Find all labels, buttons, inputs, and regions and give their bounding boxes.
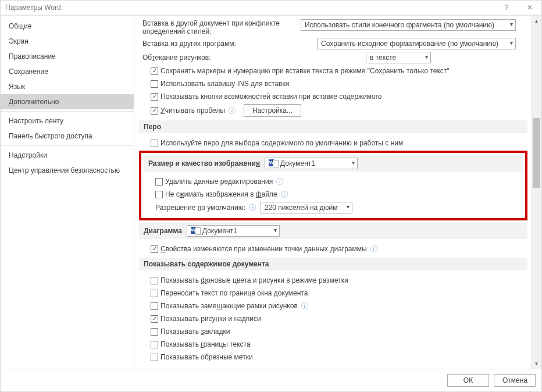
select-chart-doc[interactable]: Документ1 (187, 225, 280, 237)
row-paste-conflict: Вставка в другой документ при конфликте … (139, 18, 527, 37)
select-paste-conflict[interactable]: Использовать стили конечного фрагмента (… (301, 19, 516, 31)
scroll-track[interactable] (532, 26, 541, 358)
settings-button[interactable]: Настройка... (244, 104, 301, 117)
row-show-paste-options: Показывать кнопки возможностей вставки п… (139, 90, 527, 103)
checkbox-keep-bullets[interactable] (151, 67, 158, 75)
checkbox-smart-cut-paste[interactable] (151, 107, 158, 115)
row-show-text-borders: Показывать границы текста (139, 338, 527, 351)
help-button[interactable]: ? (495, 1, 518, 15)
sidebar-item-trust-center[interactable]: Центр управления безопасностью (1, 163, 134, 178)
cancel-button[interactable]: Отмена (494, 374, 536, 387)
row-no-compress: Не сжимать изображения в файле (144, 188, 523, 201)
checkbox-placeholder-frames[interactable] (151, 302, 158, 310)
sidebar: Общие Экран Правописание Сохранение Язык… (1, 16, 134, 369)
checkbox-wrap-text[interactable] (151, 290, 158, 297)
row-chart-properties: Свойства изменяются при изменении точки … (139, 243, 527, 255)
checkbox-show-crop-marks[interactable] (151, 354, 158, 361)
section-pen: Перо (139, 120, 527, 133)
row-default-resolution: Разрешение по умолчанию: 220 пикселей на… (144, 201, 523, 215)
select-paste-other-programs[interactable]: Сохранить исходное форматирование (по ум… (317, 38, 516, 49)
select-image-doc[interactable]: Документ1 (265, 158, 358, 169)
checkbox-pen[interactable] (151, 140, 158, 147)
checkbox-show-bg[interactable] (151, 277, 158, 284)
row-wrap-text: Переносить текст по границе окна докумен… (139, 287, 527, 300)
close-button[interactable]: ✕ (518, 1, 541, 15)
info-icon[interactable] (281, 191, 288, 198)
sidebar-item-display[interactable]: Экран (1, 34, 134, 49)
checkbox-show-paste-options[interactable] (151, 93, 158, 101)
checkbox-no-compress[interactable] (155, 191, 163, 198)
highlight-image-section: Размер и качество изображения Документ1 … (139, 151, 527, 220)
scroll-up[interactable]: ▲ (532, 16, 542, 26)
info-icon[interactable] (301, 302, 308, 309)
sidebar-item-quick-access[interactable]: Панель быстрого доступа (1, 129, 134, 144)
checkbox-discard-edit[interactable] (155, 178, 163, 186)
main-panel: Вставка в другой документ при конфликте … (134, 16, 541, 369)
row-image-wrap: Обтекание рисунков: в тексте (139, 51, 527, 65)
word-icon (191, 227, 200, 235)
select-default-resolution[interactable]: 220 пикселей на дюйм (261, 202, 352, 213)
sidebar-item-customize-ribbon[interactable]: Настроить ленту (1, 113, 134, 129)
row-discard-edit: Удалить данные редактирования (144, 175, 523, 188)
select-image-wrap[interactable]: в тексте (366, 52, 431, 63)
scroll-thumb[interactable] (533, 118, 540, 188)
sidebar-item-addins[interactable]: Надстройки (1, 148, 134, 163)
checkbox-show-text-borders[interactable] (151, 341, 158, 348)
info-icon[interactable] (370, 245, 377, 252)
row-show-bookmarks: Показывать закладки (139, 325, 527, 338)
titlebar: Параметры Word ? ✕ (1, 1, 541, 15)
main-scroll: Вставка в другой документ при конфликте … (134, 16, 531, 369)
section-image-quality: Размер и качество изображения Документ1 (144, 155, 523, 172)
checkbox-show-drawings[interactable] (151, 315, 158, 323)
section-chart: Диаграмма Документ1 (139, 223, 527, 239)
word-icon (269, 159, 278, 168)
row-show-drawings: Показывать рисунки и надписи (139, 312, 527, 325)
row-pen-option: Используйте перо для выбора содержимого … (139, 137, 527, 149)
ok-button[interactable]: ОК (447, 374, 489, 387)
row-paste-other-programs: Вставка из других программ: Сохранить ис… (139, 37, 527, 51)
row-show-bg: Показывать фоновые цвета и рисунки в реж… (139, 274, 527, 287)
options-dialog: Параметры Word ? ✕ Общие Экран Правописа… (0, 0, 542, 392)
section-show-content: Показывать содержимое документа (139, 258, 527, 270)
dialog-footer: ОК Отмена (1, 369, 541, 391)
row-smart-cut-paste: Учитывать пробелы Настройка... (139, 103, 527, 118)
row-ins-key: Использовать клавишу INS для вставки (139, 77, 527, 90)
info-icon[interactable] (229, 107, 236, 114)
sidebar-item-save[interactable]: Сохранение (1, 64, 134, 79)
row-placeholder-frames: Показывать замещающие рамки рисунков (139, 300, 527, 312)
row-show-crop-marks: Показывать обрезные метки (139, 351, 527, 364)
checkbox-show-bookmarks[interactable] (151, 328, 158, 336)
dialog-title: Параметры Word (5, 3, 61, 12)
sidebar-item-language[interactable]: Язык (1, 79, 134, 94)
row-keep-bullets: Сохранять маркеры и нумерацию при вставк… (139, 65, 527, 77)
dialog-content: Общие Экран Правописание Сохранение Язык… (1, 15, 541, 369)
info-icon[interactable] (276, 178, 283, 185)
info-icon[interactable] (249, 204, 256, 211)
checkbox-ins-key[interactable] (151, 80, 158, 88)
sidebar-item-proofing[interactable]: Правописание (1, 49, 134, 64)
checkbox-chart-properties[interactable] (151, 245, 158, 253)
scroll-down[interactable]: ▼ (532, 358, 542, 369)
sidebar-item-advanced[interactable]: Дополнительно (1, 94, 134, 109)
scrollbar[interactable]: ▲ ▼ (531, 16, 541, 369)
sidebar-item-general[interactable]: Общие (1, 19, 134, 34)
